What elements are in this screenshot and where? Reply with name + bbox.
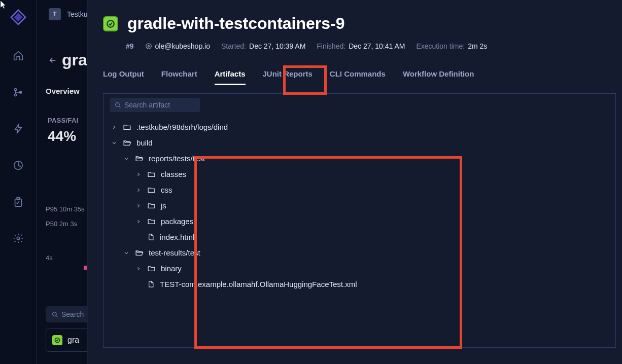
tab-junit-reports[interactable]: JUnit Reports	[263, 69, 313, 85]
tree-node-packages[interactable]: packages	[103, 213, 615, 229]
execution-panel: gradle-with-testcontainers-9 #9 ole@kube…	[87, 0, 622, 364]
nav-sidebar	[0, 0, 37, 364]
tree-node-test-results[interactable]: test-results/test	[103, 245, 615, 261]
svg-point-7	[17, 237, 20, 240]
tree-node-label: .testkube/r98dsrh/logs/dind	[136, 123, 228, 131]
tree-node-label: classes	[161, 170, 186, 178]
tree-node-classes[interactable]: classes	[103, 166, 615, 182]
pink-marker	[84, 266, 87, 270]
started-meta: Started: Dec 27, 10:39 AM	[221, 42, 305, 50]
search-icon	[52, 311, 58, 318]
svg-rect-1	[14, 13, 22, 22]
play-icon	[145, 43, 152, 50]
chevron-down-icon	[111, 140, 118, 145]
tree-node-label: TEST-com.example.ollamahf.OllamaHuggingF…	[160, 280, 357, 288]
tree-node-label: css	[161, 186, 172, 194]
folder-icon	[147, 201, 156, 210]
svg-point-12	[116, 102, 120, 106]
tabs: Log Output Flowchart Artifacts JUnit Rep…	[88, 50, 622, 86]
status-success-icon	[103, 16, 118, 31]
insights-icon[interactable]	[8, 155, 28, 175]
background-row[interactable]: gra	[46, 329, 91, 352]
background-search[interactable]: Search	[46, 306, 91, 322]
tree-node-label: packages	[161, 217, 193, 226]
artifacts-content: .testkube/r98dsrh/logs/dind build report…	[103, 93, 616, 348]
tree-node-label: test-results/test	[149, 248, 200, 257]
org-badge[interactable]: T	[49, 8, 61, 20]
tree-node-test-xml[interactable]: TEST-com.example.ollamahf.OllamaHuggingF…	[103, 276, 615, 292]
tab-log-output[interactable]: Log Output	[103, 69, 144, 85]
row-name: gra	[67, 336, 79, 345]
execution-title: gradle-with-testcontainers-9	[127, 14, 345, 33]
finished-meta: Finished: Dec 27, 10:41 AM	[317, 42, 405, 50]
tab-artifacts[interactable]: Artifacts	[215, 69, 246, 85]
back-button[interactable]	[46, 53, 60, 67]
tree-node-build[interactable]: build	[103, 135, 615, 151]
tree-node-label: js	[161, 201, 166, 210]
artifact-search-input[interactable]	[124, 101, 190, 109]
artifact-search[interactable]	[110, 98, 200, 112]
folder-icon	[123, 123, 131, 131]
chevron-down-icon	[123, 250, 130, 256]
exec-time-meta: Execution time: 2m 2s	[416, 42, 487, 50]
file-icon	[147, 280, 155, 288]
partial-title: gra	[62, 51, 87, 69]
success-badge	[52, 335, 62, 345]
folder-open-icon	[135, 154, 144, 163]
tree-node-label: binary	[161, 264, 182, 273]
overview-label: Overview	[46, 87, 91, 95]
run-number: #9	[126, 42, 134, 50]
home-icon[interactable]	[8, 46, 28, 66]
p95-stat: P95 10m 35s	[46, 205, 91, 213]
tab-cli-commands[interactable]: CLI Commands	[330, 69, 386, 85]
add-workflow-icon[interactable]	[8, 82, 28, 102]
background-panel: gra Overview PASS/FAI 44% P95 10m 35s P5…	[37, 51, 91, 352]
pass-fail-percent: 44%	[48, 128, 91, 144]
chevron-right-icon	[135, 219, 142, 224]
status-icon[interactable]	[8, 192, 28, 212]
app-logo[interactable]	[9, 8, 27, 26]
chevron-right-icon	[111, 125, 118, 130]
topbar: T Testkub	[37, 0, 91, 28]
svg-point-11	[146, 44, 151, 49]
tab-flowchart[interactable]: Flowchart	[161, 69, 197, 85]
chevron-right-icon	[135, 266, 142, 271]
author-name: ole@kubeshop.io	[155, 42, 210, 50]
folder-open-icon	[135, 248, 144, 257]
search-icon	[115, 102, 121, 108]
folder-icon	[147, 170, 156, 178]
tree-node-label: build	[136, 138, 153, 147]
folder-icon	[147, 217, 156, 226]
tree-node-css[interactable]: css	[103, 182, 615, 198]
chevron-down-icon	[123, 156, 130, 161]
svg-point-2	[14, 88, 16, 90]
chevron-right-icon	[135, 172, 142, 177]
triggers-icon[interactable]	[8, 119, 28, 139]
p4s-stat: 4s	[46, 254, 91, 262]
chevron-right-icon	[135, 203, 142, 208]
search-placeholder: Search	[61, 310, 84, 318]
settings-icon[interactable]	[8, 228, 28, 248]
tab-workflow-definition[interactable]: Workflow Definition	[403, 69, 474, 85]
tree-node-index-html[interactable]: index.html	[103, 229, 615, 245]
svg-point-8	[53, 312, 57, 316]
file-icon	[147, 233, 155, 241]
tree-node-js[interactable]: js	[103, 198, 615, 213]
svg-point-3	[14, 94, 16, 96]
folder-icon	[147, 264, 156, 273]
tree-node-binary[interactable]: binary	[103, 261, 615, 276]
tree-node-label: reports/tests/test	[149, 154, 205, 163]
folder-icon	[147, 186, 156, 194]
chevron-right-icon	[135, 188, 142, 193]
folder-open-icon	[123, 138, 131, 147]
p50-stat: P50 2m 3s	[46, 220, 91, 228]
tree-node-testkube[interactable]: .testkube/r98dsrh/logs/dind	[103, 119, 615, 135]
author-meta: ole@kubeshop.io	[145, 42, 210, 50]
meta-row: #9 ole@kubeshop.io Started: Dec 27, 10:3…	[88, 33, 622, 50]
pass-fail-label: PASS/FAI	[48, 117, 91, 124]
tree-node-label: index.html	[160, 233, 194, 241]
artifact-tree: .testkube/r98dsrh/logs/dind build report…	[103, 119, 615, 292]
tree-node-reports[interactable]: reports/tests/test	[103, 151, 615, 166]
